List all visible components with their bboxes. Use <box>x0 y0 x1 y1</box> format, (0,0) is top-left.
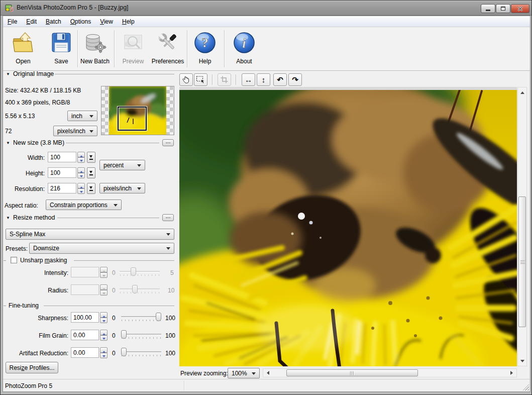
resolution-unit-select[interactable]: pixels/inch <box>53 126 97 136</box>
spin-up-icon[interactable] <box>77 183 85 188</box>
resolution-input[interactable] <box>48 183 76 193</box>
help-button[interactable]: ? Help <box>190 29 220 68</box>
image-thumbnail[interactable] <box>101 86 174 135</box>
menu-view[interactable]: View <box>95 17 118 27</box>
width-input[interactable] <box>48 152 76 162</box>
transparency-checker <box>166 86 174 135</box>
resize-method-select[interactable]: S-Spline Max <box>6 229 174 240</box>
resolution-spinner[interactable] <box>77 183 85 194</box>
rotate-left-icon: ↶ <box>277 75 283 84</box>
resize-grip[interactable] <box>522 384 529 390</box>
title-bar[interactable]: 5 BenVista PhotoZoom Pro 5 - [Buzzy.jpg] <box>1 1 532 16</box>
scroll-down-button[interactable] <box>518 358 526 366</box>
spin-up-icon[interactable] <box>77 152 85 157</box>
new-size-options-button[interactable]: ... <box>162 139 174 146</box>
spin-up-icon[interactable] <box>77 167 85 173</box>
sharpness-slider[interactable] <box>121 313 161 323</box>
print-unit-select[interactable]: inch <box>67 111 97 121</box>
artifact-reduction-slider-thumb[interactable] <box>121 348 127 356</box>
spin-down-icon[interactable] <box>77 188 85 194</box>
hand-tool-button[interactable] <box>179 73 193 86</box>
original-resolution-text: 72 <box>5 128 12 135</box>
preferences-button[interactable]: Preferences <box>150 29 185 68</box>
film-grain-spinner[interactable] <box>100 330 108 341</box>
flip-horizontal-button[interactable]: ↔ <box>242 73 255 86</box>
new-resolution-unit-select[interactable]: pixels/inch <box>99 183 145 193</box>
aspect-ratio-select[interactable]: Constrain proportions <box>46 200 122 210</box>
close-button[interactable] <box>511 4 529 13</box>
collapse-dash-icon[interactable] <box>4 260 6 261</box>
spin-down-icon[interactable] <box>77 157 85 163</box>
horizontal-scroll-thumb[interactable] <box>286 369 418 376</box>
height-flyout-button[interactable] <box>87 167 95 178</box>
rotate-right-button[interactable]: ↷ <box>288 73 302 86</box>
menu-options[interactable]: Options <box>66 17 95 27</box>
divider <box>55 74 174 74</box>
rotate-left-button[interactable]: ↶ <box>273 73 287 86</box>
flip-vertical-button[interactable]: ↕ <box>257 73 270 86</box>
collapse-triangle-icon[interactable]: ▼ <box>6 72 10 76</box>
selection-tool-button[interactable] <box>194 73 207 86</box>
preview-region-rectangle[interactable] <box>118 107 147 131</box>
spin-up-icon[interactable] <box>100 330 108 335</box>
dots-label: ... <box>165 213 170 220</box>
original-dimensions-text: 400 x 369 pixels, RGB/8 <box>5 99 70 106</box>
menu-help[interactable]: Help <box>118 17 139 27</box>
sharpness-spinner[interactable] <box>100 312 108 323</box>
arrow-up-icon <box>520 89 524 94</box>
scroll-left-button[interactable] <box>263 369 271 377</box>
menu-batch[interactable]: Batch <box>41 17 66 27</box>
collapse-triangle-icon[interactable]: ▼ <box>6 141 10 145</box>
resize-method-options-button[interactable]: ... <box>162 214 174 221</box>
new-batch-button[interactable]: New Batch <box>78 29 112 68</box>
preview-horizontal-scrollbar[interactable] <box>263 368 517 377</box>
artifact-reduction-input[interactable] <box>71 347 99 358</box>
width-spinner[interactable] <box>77 152 85 163</box>
height-input[interactable] <box>48 167 76 178</box>
resize-profiles-button[interactable]: Resize Profiles... <box>6 362 58 373</box>
presets-select[interactable]: Downsize <box>29 243 174 254</box>
about-button[interactable]: i About <box>229 29 259 68</box>
original-image-header: Original Image <box>13 70 54 77</box>
spin-down-icon[interactable] <box>77 173 85 178</box>
intensity-slider <box>120 268 160 278</box>
sharpness-slider-thumb[interactable] <box>156 313 161 321</box>
size-unit-select[interactable]: percent <box>99 160 145 170</box>
film-grain-input[interactable] <box>71 330 99 340</box>
spin-up-icon <box>100 267 108 272</box>
menu-edit[interactable]: Edit <box>22 17 41 27</box>
spin-down-icon[interactable] <box>100 353 108 358</box>
film-grain-slider[interactable] <box>121 331 161 341</box>
dots-label: ... <box>165 138 170 145</box>
minimize-button[interactable] <box>481 4 495 13</box>
menu-file[interactable]: File <box>3 17 22 27</box>
resolution-flyout-button[interactable] <box>87 183 95 194</box>
preview-vertical-scrollbar[interactable] <box>517 87 527 366</box>
toolbar-separator <box>212 74 212 85</box>
flip-horizontal-icon: ↔ <box>245 75 252 84</box>
height-spinner[interactable] <box>77 167 85 178</box>
collapse-triangle-icon[interactable]: ▼ <box>6 216 10 220</box>
aspect-ratio-value: Constrain proportions <box>50 202 108 209</box>
scroll-up-button[interactable] <box>518 87 526 95</box>
preview-zoom-select[interactable]: 100% <box>228 368 260 378</box>
application-window: 5 BenVista PhotoZoom Pro 5 - [Buzzy.jpg]… <box>0 0 532 395</box>
sharpness-input[interactable] <box>71 312 99 323</box>
vertical-scroll-thumb[interactable] <box>518 196 526 327</box>
scroll-right-button[interactable] <box>509 369 516 377</box>
open-button[interactable]: Open <box>7 29 39 68</box>
save-button[interactable]: Save <box>45 29 77 68</box>
spin-down-icon[interactable] <box>100 318 108 323</box>
spin-up-icon[interactable] <box>100 347 108 353</box>
maximize-button[interactable] <box>496 4 510 13</box>
spin-up-icon[interactable] <box>100 312 108 318</box>
divider <box>57 218 159 218</box>
film-grain-slider-thumb[interactable] <box>121 330 127 339</box>
artifact-reduction-spinner[interactable] <box>100 347 108 358</box>
collapse-dash-icon[interactable] <box>4 306 6 306</box>
artifact-reduction-slider[interactable] <box>121 348 161 358</box>
preview-image[interactable] <box>179 87 517 366</box>
unsharp-masking-checkbox[interactable] <box>11 257 17 263</box>
width-flyout-button[interactable] <box>87 152 95 163</box>
spin-down-icon[interactable] <box>100 335 108 341</box>
